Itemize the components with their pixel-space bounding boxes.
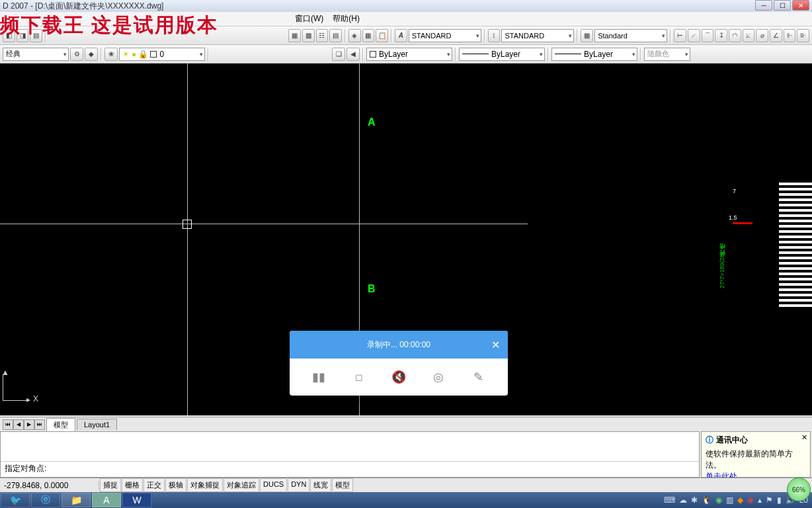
minimize-button[interactable]: ─ (755, 0, 772, 11)
tab-nav-first-icon[interactable]: ⏮ (3, 419, 13, 430)
taskbar-app-ie[interactable]: ⓔ (31, 493, 60, 507)
annotation-label-a: A (368, 116, 376, 128)
status-toggle-DUCS[interactable]: DUCS (260, 478, 287, 492)
status-toggle-捕捉[interactable]: 捕捉 (100, 478, 121, 492)
close-icon[interactable]: ✕ (491, 339, 500, 351)
tray-star-icon[interactable]: ✱ (691, 495, 698, 505)
lineweight-combo[interactable]: ByLayer (551, 48, 637, 61)
command-line-panel: 指定对角点: (0, 431, 700, 478)
dim-quick-icon[interactable]: ⊩ (784, 29, 796, 42)
layer-states-icon[interactable]: ❏ (332, 48, 345, 61)
tab-nav-next-icon[interactable]: ▶ (24, 419, 34, 430)
close-button[interactable]: ✕ (792, 0, 809, 11)
annotation-label-b: B (368, 283, 376, 295)
layer-manager-icon[interactable]: ❀ (104, 48, 118, 61)
workspace-save-icon[interactable]: ◆ (85, 48, 98, 61)
color-combo[interactable]: ByLayer (366, 48, 452, 61)
separator (362, 48, 364, 61)
status-toggle-极轴[interactable]: 极轴 (165, 478, 186, 492)
status-toggle-正交[interactable]: 正交 (143, 478, 165, 492)
dim-angular-icon[interactable]: ∠ (770, 29, 782, 42)
stop-icon[interactable]: ◻ (347, 365, 371, 389)
dim-arc-icon[interactable]: ⌒ (702, 29, 714, 42)
separator (484, 29, 485, 42)
dim-diameter-icon[interactable]: ⌀ (756, 29, 768, 42)
layer-combo[interactable]: ☀ ● 🔒 0 (119, 48, 205, 61)
taskbar-app-autocad[interactable]: A (92, 493, 121, 507)
textstyle-icon[interactable]: A (395, 29, 407, 42)
tab-nav-prev-icon[interactable]: ◀ (13, 419, 24, 430)
tablestyle-combo[interactable]: Standard (594, 29, 667, 42)
status-toggle-DYN[interactable]: DYN (288, 478, 309, 492)
status-toggle-线宽[interactable]: 线宽 (310, 478, 331, 492)
title-bar: D 2007 - [D:\桌面\新建文件夹\XXXXXXX.dwg] (0, 0, 812, 12)
annotate-pencil-icon[interactable]: ✎ (467, 365, 491, 389)
textstyle-combo[interactable]: STANDARD (409, 29, 481, 42)
tab-layout1[interactable]: Layout1 (77, 419, 117, 430)
tray-battery-icon[interactable]: ▮ (777, 495, 782, 505)
linetype-combo[interactable]: ByLayer (459, 48, 545, 61)
dimstyle-icon[interactable]: ⟟ (488, 29, 501, 42)
communication-center-popup: ✕ ⓘ通讯中心 使软件保持最新的简单方法。 单击此处。 (701, 431, 811, 478)
dim-radius-icon[interactable]: ◠ (729, 29, 741, 42)
taskbar-app-wps[interactable]: W (122, 493, 151, 507)
taskbar-app-thunder[interactable]: 🐦 (1, 493, 30, 507)
tray-app-icon[interactable]: ◆ (737, 495, 743, 505)
tab-model[interactable]: 模型 (46, 418, 75, 431)
progress-badge[interactable]: 66% (787, 478, 811, 501)
screen-recorder-popup: 录制中... 00:00:00 ✕ ▮▮ ◻ 🔇 ◎ ✎ (290, 331, 508, 396)
tool-paste-icon[interactable]: 📋 (376, 29, 388, 42)
separator (548, 48, 549, 61)
windows-taskbar: 🐦 ⓔ 📁 A W ⌨ ☁ ✱ 🐧 ◉ ▥ ◆ ◉ ▴ ⚑ ▮ 🔊 20 (0, 492, 812, 508)
tool-table-icon[interactable]: ▦ (288, 29, 301, 42)
maximize-button[interactable]: ☐ (774, 0, 791, 11)
status-toggle-栅格[interactable]: 栅格 (122, 478, 143, 492)
dim-linear-icon[interactable]: ⊢ (674, 29, 686, 42)
tray-qq-icon[interactable]: 🐧 (702, 495, 711, 505)
dim-ord-icon[interactable]: ↧ (715, 29, 727, 42)
tray-flag-icon[interactable]: ⚑ (766, 495, 773, 505)
close-icon[interactable]: ✕ (801, 433, 807, 442)
command-history (1, 432, 699, 461)
tool-layer-icon[interactable]: ◈ (348, 29, 361, 42)
workspace-combo[interactable]: 经典 (3, 48, 69, 61)
tray-chevron-up-icon[interactable]: ▴ (758, 495, 762, 505)
webcam-icon[interactable]: ◎ (426, 365, 450, 389)
pause-icon[interactable]: ▮▮ (307, 365, 331, 389)
dim-jogged-icon[interactable]: ⟀ (743, 29, 755, 42)
separator (577, 29, 578, 42)
status-toggle-模型[interactable]: 模型 (332, 478, 353, 492)
workspace-settings-icon[interactable]: ⚙ (70, 48, 83, 61)
axis-line-horizontal (0, 224, 528, 224)
tool-grid-icon[interactable]: ▩ (302, 29, 315, 42)
tray-app-icon[interactable]: ◉ (747, 495, 754, 505)
popup-body-text: 使软件保持最新的简单方法。 (706, 448, 806, 471)
dimstyle-combo[interactable]: STANDARD (501, 29, 574, 42)
dim-baseline-icon[interactable]: ⊪ (797, 29, 809, 42)
recorder-titlebar[interactable]: 录制中... 00:00:00 ✕ (290, 331, 508, 359)
status-toggle-对象捕捉[interactable]: 对象捕捉 (187, 478, 223, 492)
tray-shield-icon[interactable]: ▥ (726, 495, 733, 505)
mute-icon[interactable]: 🔇 (387, 365, 411, 389)
tray-keyboard-icon[interactable]: ⌨ (664, 495, 675, 505)
coordinate-readout: -279.8468, 0.0000 (0, 481, 99, 490)
tray-wechat-icon[interactable]: ◉ (715, 495, 722, 505)
taskbar-app-explorer[interactable]: 📁 (61, 493, 91, 507)
tool-props-icon[interactable]: ☷ (316, 29, 329, 42)
menu-window[interactable]: 窗口(W) (291, 12, 327, 26)
tab-nav-last-icon[interactable]: ⏭ (34, 419, 45, 430)
command-input[interactable]: 指定对角点: (1, 461, 699, 476)
tablestyle-icon[interactable]: ▦ (581, 29, 593, 42)
separator (391, 29, 392, 42)
dim-aligned-icon[interactable]: ⟋ (688, 29, 700, 42)
tool-calc-icon[interactable]: ▦ (362, 29, 375, 42)
separator (670, 29, 671, 42)
menu-help[interactable]: 帮助(H) (329, 12, 364, 26)
plotstyle-combo[interactable]: 随颜色 (644, 48, 690, 61)
status-toggle-对象追踪[interactable]: 对象追踪 (223, 478, 259, 492)
layer-prev-icon[interactable]: ◀ (346, 48, 360, 61)
tool-sheet-icon[interactable]: ▤ (329, 29, 342, 42)
dimension-text: 1.5 (729, 214, 737, 221)
tray-cloud-icon[interactable]: ☁ (679, 495, 687, 505)
ucs-icon: ▲ ▸ X (3, 374, 29, 401)
